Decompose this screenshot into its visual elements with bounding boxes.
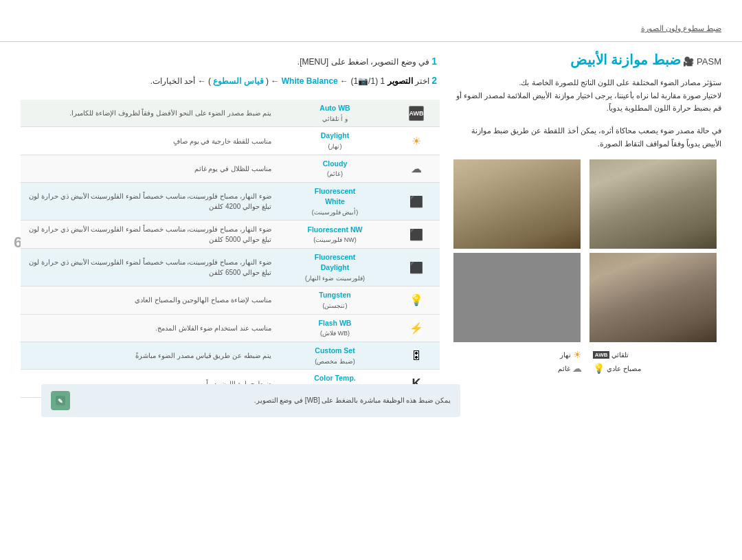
row-desc: مناسب لإضاءة مصباح الهالوجين والمصباح ال… [21, 287, 277, 314]
row-icon: 💡 [393, 287, 440, 314]
table-row: مناسب عند استخدام ضوء الفلاش المدمج. Fla… [21, 314, 440, 341]
row-name-en: Custom Set(ضبط مخصص) [277, 342, 393, 370]
section-desc1: ستؤثر مصادر الضوء المختلفة على اللون الن… [453, 76, 721, 115]
top-heading: ضبط سطوع ولون الصورة [641, 24, 721, 33]
table-row: مناسب للقطة خارجية في يوم صافٍ Daylight … [21, 127, 440, 155]
cloud-icon: ☁ [411, 163, 422, 175]
photo-labels-row2: مصباح عادي 💡 ☁ غائم [453, 363, 721, 374]
row-desc: ضوء النهار، مصباح فلورسينت، مناسب خصيصاً… [21, 249, 277, 287]
row-icon: ⚡ [393, 314, 440, 341]
step2: 2 اختر التصوير 1 (1/📷1) ← White Balance … [21, 71, 440, 90]
left-column: 1 في وضع التصوير، اضغط على [MENU]. 2 اخت… [21, 52, 440, 438]
row-name-en: Auto WBو أ تلقائي [277, 100, 393, 127]
label-daylight: ☀ نهار [453, 349, 582, 360]
label-incandescent: مصباح عادي 💡 [593, 363, 721, 374]
row-name-en: FluorescentWhite(أبيض فلورسينت) [277, 183, 393, 221]
photo-daylight [589, 159, 717, 249]
table-row: مناسب لإضاءة مصباح الهالوجين والمصباح ال… [21, 287, 440, 314]
table-row: يتم ضبطه عن طريق قياس مصدر الضوء مباشرةً… [21, 342, 440, 370]
flash-icon: ⚡ [409, 322, 423, 334]
row-desc: مناسب للقطة خارجية في يوم صافٍ [21, 127, 277, 155]
cloud-icon: ☁ [572, 363, 582, 374]
label-auto: تلقائي AWB [593, 349, 721, 360]
top-divider [0, 41, 742, 42]
tungsten-icon: 💡 [409, 294, 423, 306]
section-title: PASM 🎥 ضبط موازنة الأبيض [453, 52, 721, 68]
row-desc: ضوء النهار، مصباح فلورسينت، مناسب خصيصاً… [21, 221, 277, 249]
fluor-nw-icon: ⬛ [409, 229, 423, 240]
row-icon: ☁ [393, 155, 440, 182]
note-icon: ✎ [51, 391, 70, 410]
wb-options-table: يتم ضبط مصدر الضوء على النحو الأفضل وفقا… [21, 100, 440, 398]
custom-icon: 🎛 [411, 350, 422, 361]
pasm-label: PASM 🎥 [681, 56, 721, 67]
bulb-icon: 💡 [593, 363, 605, 374]
svg-text:✎: ✎ [58, 398, 63, 405]
sun-icon: ☀ [412, 135, 421, 147]
section-desc2: في حالة مصدر ضوء يصعب محاكاة أثره، يمكن … [453, 124, 721, 150]
row-name-en: Fluorescent NW(فلورسينت NW) [277, 221, 393, 249]
instructions: 1 في وضع التصوير، اضغط على [MENU]. 2 اخت… [21, 52, 440, 90]
photo-labels-row1: تلقائي AWB ☀ نهار [453, 349, 721, 360]
row-name-en: Daylight (نهار) [277, 127, 393, 155]
row-name-en: Flash WB(فلاش WB) [277, 314, 393, 341]
awb-badge: AWB [593, 351, 610, 359]
row-icon: ⬛ [393, 221, 440, 249]
fluor-w-icon: ⬛ [409, 196, 423, 208]
right-column: PASM 🎥 ضبط موازنة الأبيض ستؤثر مصادر الض… [453, 52, 721, 374]
photo-auto [453, 159, 581, 249]
table-row: ضوء النهار، مصباح فلورسينت، مناسب خصيصاً… [21, 183, 440, 221]
row-desc: مناسب عند استخدام ضوء الفلاش المدمج. [21, 314, 277, 341]
row-desc: يتم ضبط مصدر الضوء على النحو الأفضل وفقا… [21, 100, 277, 127]
row-desc: مناسب للظلال في يوم غائم [21, 155, 277, 182]
row-name-en: Cloudy (غائم) [277, 155, 393, 182]
pen-icon: ✎ [54, 394, 67, 407]
step1: 1 في وضع التصوير، اضغط على [MENU]. [21, 52, 440, 71]
fluor-d-icon: ⬛ [409, 262, 423, 273]
label-cloudy: ☁ غائم [453, 363, 582, 374]
photos-grid [453, 159, 721, 342]
row-icon: ⬛ [393, 183, 440, 221]
row-icon: ☀ [393, 127, 440, 155]
table-row: ضوء النهار، مصباح فلورسينت، مناسب خصيصاً… [21, 249, 440, 287]
photo-incandescent [453, 253, 581, 342]
table-row: يتم ضبط مصدر الضوء على النحو الأفضل وفقا… [21, 100, 440, 127]
row-icon: AWB [393, 100, 440, 127]
row-name-en: Tungsten(تنجستن) [277, 287, 393, 314]
row-icon: ⬛ [393, 249, 440, 287]
row-desc: يتم ضبطه عن طريق قياس مصدر الضوء مباشرةً [21, 342, 277, 370]
sun-icon: ☀ [573, 349, 582, 360]
awb-icon: AWB [409, 106, 424, 121]
row-icon: 🎛 [393, 342, 440, 370]
table-row: مناسب للظلال في يوم غائم Cloudy (غائم) ☁ [21, 155, 440, 182]
note-box: ✎ يمكن ضبط هذه الوظيفة مباشرة بالضغط على… [41, 384, 460, 417]
note-text: يمكن ضبط هذه الوظيفة مباشرة بالضغط على [… [77, 395, 451, 406]
table-row: ضوء النهار، مصباح فلورسينت، مناسب خصيصاً… [21, 221, 440, 249]
row-desc: ضوء النهار، مصباح فلورسينت، مناسب خصيصاً… [21, 183, 277, 221]
photo-cloudy [589, 253, 717, 342]
row-name-en: FluorescentDaylight(فلورسينت ضوء النهار) [277, 249, 393, 287]
